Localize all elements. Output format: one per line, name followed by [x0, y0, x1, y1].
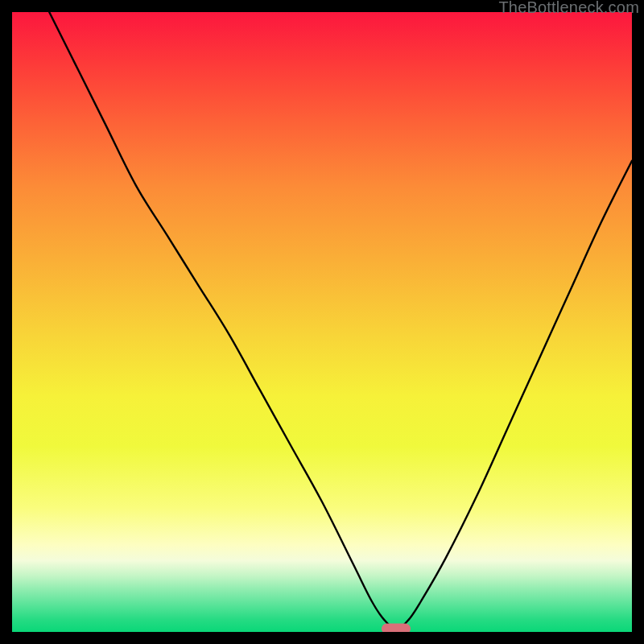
minimum-point-marker [382, 624, 411, 632]
chart-frame: TheBottleneck.com [0, 0, 644, 644]
plot-area [12, 12, 632, 632]
source-watermark: TheBottleneck.com [498, 0, 639, 17]
bottleneck-curve [49, 12, 632, 629]
curve-layer [12, 12, 632, 632]
